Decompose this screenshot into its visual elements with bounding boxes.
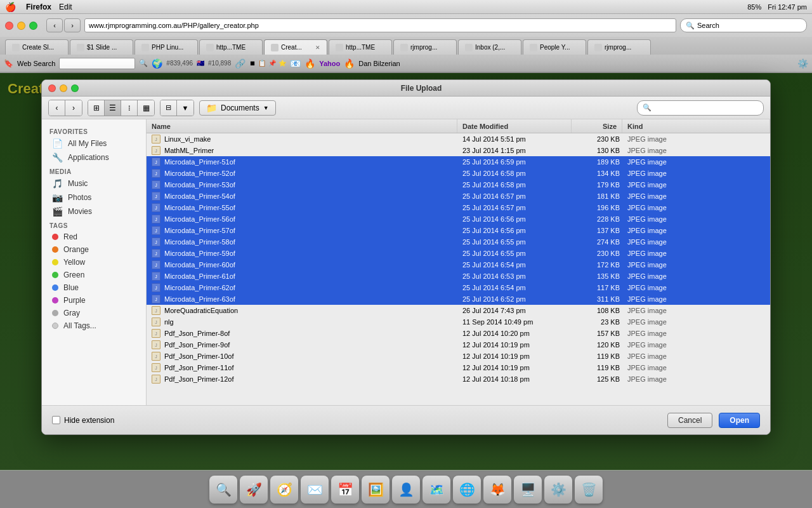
table-row[interactable]: J Microdata_Primer-56of 25 Jul 2014 6:56…	[147, 213, 770, 225]
fire-icon[interactable]: 🔥	[304, 58, 315, 69]
web-search-input[interactable]	[59, 58, 135, 69]
table-row[interactable]: J Pdf_Json_Primer-11of 12 Jul 2014 10:19…	[147, 362, 770, 373]
dock-terminal[interactable]: 🖥️	[514, 476, 542, 504]
globe-icon[interactable]: 🌍	[152, 58, 162, 69]
apple-menu[interactable]: 🍎	[5, 2, 16, 12]
tab-3[interactable]: http...TME	[199, 39, 263, 55]
table-row[interactable]: J Microdata_Primer-60of 25 Jul 2014 6:54…	[147, 259, 770, 271]
table-row[interactable]: J Microdata_Primer-62of 25 Jul 2014 6:54…	[147, 282, 770, 293]
col-header-size[interactable]: Size	[572, 119, 622, 133]
list-view-btn2[interactable]: ▼	[177, 100, 193, 116]
back-button[interactable]: ‹	[46, 18, 63, 32]
list-view-button[interactable]: ☰	[105, 100, 121, 116]
table-row[interactable]: J MathML_Primer 23 Jul 2014 1:15 pm 130 …	[147, 145, 770, 156]
col-header-date[interactable]: Date Modified	[457, 119, 572, 133]
search-search-icon[interactable]: 🔍	[139, 59, 148, 67]
dock-firefox[interactable]: 🦊	[483, 476, 511, 504]
sidebar-item-music[interactable]: 🎵 Music	[44, 177, 143, 190]
gmail-icon[interactable]: 📧	[290, 58, 301, 69]
grid-view-btn[interactable]: ⊟	[160, 100, 177, 116]
open-button[interactable]: Open	[719, 413, 760, 428]
dock-launchpad[interactable]: 🚀	[240, 476, 268, 504]
sidebar-item-red[interactable]: Red	[44, 231, 143, 243]
table-row[interactable]: J Microdata_Primer-57of 25 Jul 2014 6:56…	[147, 225, 770, 236]
table-row[interactable]: J Microdata_Primer-53of 25 Jul 2014 6:58…	[147, 179, 770, 190]
tab-5[interactable]: http...TME	[329, 39, 392, 55]
dock-safari[interactable]: 🧭	[270, 476, 298, 504]
tab-8[interactable]: People Y...	[523, 39, 586, 55]
dock-mail[interactable]: ✉️	[301, 476, 329, 504]
table-row[interactable]: J Microdata_Primer-51of 25 Jul 2014 6:59…	[147, 156, 770, 168]
minimize-button[interactable]	[17, 22, 25, 30]
tab-7[interactable]: Inbox (2,...	[458, 39, 521, 55]
tab-6[interactable]: rjmprog...	[393, 39, 457, 55]
dock-chrome[interactable]: 🌐	[453, 476, 481, 504]
sidebar-item-orange[interactable]: Orange	[44, 243, 143, 256]
sidebar-item-yellow[interactable]: Yellow	[44, 256, 143, 269]
dock-photos[interactable]: 🖼️	[362, 476, 390, 504]
nav-back-button[interactable]: ‹	[49, 100, 65, 116]
file-list[interactable]: J Linux_vi_make 14 Jul 2014 5:51 pm 230 …	[147, 133, 770, 405]
table-row[interactable]: J Pdf_Json_Primer-8of 12 Jul 2014 10:20 …	[147, 328, 770, 339]
stop-icon[interactable]: ⏹	[249, 60, 256, 67]
tab-9[interactable]: rjmprog...	[587, 39, 651, 55]
table-row[interactable]: J Microdata_Primer-59of 25 Jul 2014 6:55…	[147, 248, 770, 259]
paste-icon[interactable]: 📌	[268, 60, 276, 67]
sidebar-item-purple[interactable]: Purple	[44, 294, 143, 307]
column-view-button[interactable]: ⫶	[121, 100, 138, 116]
app-name[interactable]: Firefox	[26, 3, 51, 11]
close-button[interactable]	[5, 22, 13, 30]
user-label[interactable]: Dan Bilzerian	[358, 60, 400, 67]
folder-selector[interactable]: 📁 Documents ▼	[199, 100, 276, 116]
search-bar[interactable]: 🔍 Search	[680, 18, 807, 32]
table-row[interactable]: J nlg 11 Sep 2014 10:49 pm 23 KB JPEG im…	[147, 316, 770, 328]
table-row[interactable]: J Microdata_Primer-61of 25 Jul 2014 6:53…	[147, 271, 770, 282]
sidebar-item-blue[interactable]: Blue	[44, 281, 143, 294]
table-row[interactable]: J Pdf_Json_Primer-9of 12 Jul 2014 10:19 …	[147, 339, 770, 351]
table-row[interactable]: J Microdata_Primer-55of 25 Jul 2014 6:57…	[147, 202, 770, 213]
table-row[interactable]: J Microdata_Primer-63of 25 Jul 2014 6:52…	[147, 293, 770, 305]
yahoo-label[interactable]: Yahoo	[319, 60, 340, 67]
nav-forward-button[interactable]: ›	[65, 100, 82, 116]
tab-0[interactable]: Create Sl...	[5, 39, 69, 55]
sidebar-item-all-tags[interactable]: All Tags...	[44, 319, 143, 332]
sidebar-item-gray[interactable]: Gray	[44, 307, 143, 319]
col-header-name[interactable]: Name	[147, 119, 457, 133]
sidebar-item-applications[interactable]: 🔧 Applications	[44, 150, 143, 164]
dock-finder[interactable]: 🔍	[209, 476, 237, 504]
sidebar-item-movies[interactable]: 🎬 Movies	[44, 204, 143, 218]
menu-edit[interactable]: Edit	[59, 3, 72, 11]
sidebar-item-all-my-files[interactable]: 📄 All My Files	[44, 137, 143, 150]
tab-2[interactable]: PHP Linu...	[134, 39, 198, 55]
file-search-field[interactable]: 🔍	[637, 100, 764, 116]
dock-maps[interactable]: 🗺️	[422, 476, 450, 504]
table-row[interactable]: J MoreQuadraticEquation 26 Jul 2014 7:43…	[147, 305, 770, 316]
tab-close-4[interactable]: ✕	[315, 44, 320, 51]
link-icon[interactable]: 🔗	[235, 58, 246, 69]
table-row[interactable]: J Pdf_Json_Primer-12of 12 Jul 2014 10:18…	[147, 373, 770, 385]
hide-extension-checkbox[interactable]	[52, 416, 60, 424]
tab-4[interactable]: Creat... ✕	[264, 39, 327, 55]
table-row[interactable]: J Microdata_Primer-52of 25 Jul 2014 6:58…	[147, 168, 770, 179]
bookmark-icon[interactable]: 🔖	[4, 59, 13, 68]
table-row[interactable]: J Microdata_Primer-58of 25 Jul 2014 6:55…	[147, 236, 770, 248]
table-row[interactable]: J Linux_vi_make 14 Jul 2014 5:51 pm 230 …	[147, 133, 770, 145]
dialog-close-button[interactable]	[48, 84, 56, 92]
dialog-maximize-button[interactable]	[71, 84, 79, 92]
copy-icon[interactable]: 📋	[258, 60, 266, 67]
sidebar-item-photos[interactable]: 📷 Photos	[44, 190, 143, 204]
dock-trash[interactable]: 🗑️	[575, 476, 603, 504]
table-row[interactable]: J Microdata_Primer-54of 25 Jul 2014 6:57…	[147, 190, 770, 202]
dock-settings[interactable]: ⚙️	[544, 476, 572, 504]
forward-button[interactable]: ›	[64, 18, 81, 32]
table-row[interactable]: J Pdf_Json_Primer-10of 12 Jul 2014 10:19…	[147, 351, 770, 362]
icon-view-button[interactable]: ⊞	[88, 100, 105, 116]
cancel-button[interactable]: Cancel	[667, 413, 712, 428]
settings-icon[interactable]: ⚙️	[797, 58, 808, 69]
dialog-minimize-button[interactable]	[60, 84, 67, 92]
col-header-kind[interactable]: Kind	[622, 119, 770, 133]
maximize-button[interactable]	[29, 22, 37, 30]
dock-contacts[interactable]: 👤	[392, 476, 420, 504]
tab-1[interactable]: $1 Slide ...	[70, 39, 133, 55]
address-bar[interactable]: www.rjmprogramming.com.au/PHP/gallery_cr…	[84, 18, 676, 32]
